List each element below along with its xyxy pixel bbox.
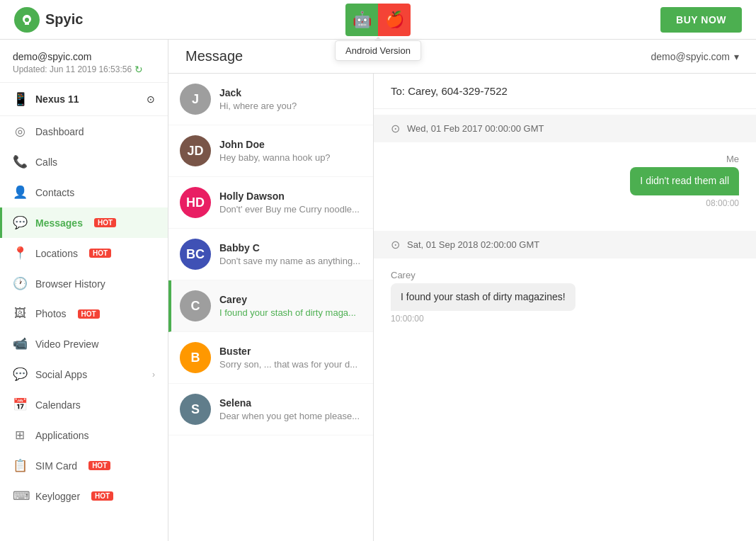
sidebar-item-browser-history[interactable]: 🕐 Browser History (0, 268, 168, 299)
sidebar-item-messages[interactable]: 💬 Messages HOT (0, 207, 168, 238)
bubble-sent-1: I didn't read them all (630, 167, 739, 195)
main-content: Message demo@spyic.com ▾ JJackHi, where … (168, 40, 756, 541)
msg-content-4: Babby CDon't save my name as anything... (219, 242, 362, 266)
chat-panel: To: Carey, 604-329-7522 ⊙ Wed, 01 Feb 20… (374, 74, 756, 541)
device-dropdown-icon: ⊙ (147, 93, 155, 105)
platform-switcher: 🤖 🍎 Android Version (345, 4, 411, 36)
msg-content-7: SelenaDear when you get home please... (219, 397, 362, 421)
bubble-received-1: I found your stash of dirty magazines! (391, 283, 575, 312)
message-row-sent-1: Me I didn't read them all 08:00:00 (391, 154, 739, 208)
logo: Spyic (14, 7, 83, 33)
sidebar-label-video-preview: Video Preview (35, 338, 98, 350)
sidebar-label-calls: Calls (35, 156, 57, 168)
sidebar-label-contacts: Contacts (35, 187, 74, 198)
locations-icon: 📍 (13, 246, 27, 261)
sidebar-item-dashboard[interactable]: ◎ Dashboard (0, 116, 168, 147)
msg-preview-3: Don't' ever Buy me Curry noodle... (219, 204, 362, 215)
date-text-2: Sat, 01 Sep 2018 02:00:00 GMT (407, 239, 539, 250)
sim-card-icon: 📋 (13, 458, 27, 473)
msg-preview-7: Dear when you get home please... (219, 411, 362, 421)
conversation-item-6[interactable]: BBusterSorry son, ... that was for your … (168, 332, 373, 384)
messages-area-2: Carey I found your stash of dirty magazi… (374, 264, 756, 341)
conversation-item-1[interactable]: JJackHi, where are you? (168, 74, 373, 125)
msg-preview-4: Don't save my name as anything... (219, 256, 362, 266)
sidebar-label-browser-history: Browser History (35, 278, 105, 290)
refresh-icon[interactable]: ↻ (134, 64, 143, 75)
date-icon-1: ⊙ (391, 122, 400, 135)
msg-preview-6: Sorry son, ... that was for your d... (219, 359, 362, 370)
sidebar-label-applications: Applications (35, 430, 89, 441)
chat-recipient: To: Carey, 604-329-7522 (391, 85, 508, 97)
device-selector[interactable]: 📱 Nexus 11 ⊙ (0, 83, 168, 116)
device-icon: 📱 (13, 91, 28, 107)
browser-history-icon: 🕐 (13, 276, 27, 291)
msg-content-3: Holly DawsonDon't' ever Buy me Curry noo… (219, 190, 362, 215)
user-menu-label: demo@spyic.com (651, 51, 730, 62)
sidebar-item-calls[interactable]: 📞 Calls (0, 147, 168, 177)
calendars-icon: 📅 (13, 397, 27, 412)
sidebar-item-keylogger[interactable]: ⌨ Keylogger HOT (0, 481, 168, 511)
msg-time-1: 08:00:00 (706, 198, 739, 208)
messages-icon: 💬 (13, 215, 27, 230)
sender-label-carey: Carey (391, 270, 416, 280)
sidebar-item-video-preview[interactable]: 📹 Video Preview (0, 329, 168, 359)
msg-name-7: Selena (219, 397, 362, 409)
android-platform-button[interactable]: 🤖 (345, 4, 378, 36)
applications-icon: ⊞ (13, 428, 27, 443)
sidebar-label-keylogger: Keylogger (35, 491, 80, 502)
conversation-item-5[interactable]: CCareyI found your stash of dirty maga..… (168, 280, 373, 332)
social-apps-icon: 💬 (13, 367, 27, 382)
sidebar-item-social-apps[interactable]: 💬 Social Apps › (0, 359, 168, 389)
apple-platform-button[interactable]: 🍎 (378, 4, 411, 36)
sidebar-email: demo@spyic.com (13, 51, 155, 62)
msg-name-1: Jack (219, 87, 362, 98)
locations-hot-badge: HOT (89, 249, 111, 258)
keylogger-icon: ⌨ (13, 489, 27, 503)
date-separator-2: ⊙ Sat, 01 Sep 2018 02:00:00 GMT (374, 231, 756, 258)
avatar-4: BC (180, 239, 211, 270)
photos-hot-badge: HOT (78, 309, 100, 319)
date-text-1: Wed, 01 Feb 2017 00:00:00 GMT (407, 123, 544, 134)
dashboard-icon: ◎ (13, 124, 27, 139)
chat-header: To: Carey, 604-329-7522 (374, 74, 756, 109)
svg-point-0 (25, 18, 29, 22)
sidebar-item-contacts[interactable]: 👤 Contacts (0, 177, 168, 207)
msg-content-5: CareyI found your stash of dirty maga... (219, 294, 362, 318)
avatar-1: J (180, 84, 211, 115)
buy-now-button[interactable]: BUY NOW (660, 7, 742, 33)
sidebar-item-locations[interactable]: 📍 Locations HOT (0, 238, 168, 268)
sim-card-hot-badge: HOT (88, 461, 110, 470)
sidebar-label-dashboard: Dashboard (35, 126, 84, 137)
sidebar-item-calendars[interactable]: 📅 Calendars (0, 389, 168, 420)
msg-preview-2: Hey baby, wanna hook up? (219, 152, 362, 163)
msg-content-1: JackHi, where are you? (219, 87, 362, 111)
msg-preview-5: I found your stash of dirty maga... (219, 307, 362, 318)
keylogger-hot-badge: HOT (91, 491, 113, 501)
sidebar-updated: Updated: Jun 11 2019 16:53:56 ↻ (13, 64, 155, 75)
sidebar-item-sim-card[interactable]: 📋 SIM Card HOT (0, 450, 168, 481)
conversation-item-3[interactable]: HDHolly DawsonDon't' ever Buy me Curry n… (168, 177, 373, 229)
sidebar: demo@spyic.com Updated: Jun 11 2019 16:5… (0, 40, 168, 541)
msg-time-2: 10:00:00 (391, 314, 424, 324)
header: Spyic 🤖 🍎 Android Version BUY NOW (0, 0, 756, 40)
sidebar-label-social-apps: Social Apps (35, 369, 87, 380)
sidebar-label-sim-card: SIM Card (35, 460, 77, 472)
calls-icon: 📞 (13, 154, 27, 169)
avatar-3: HD (180, 187, 211, 218)
conversation-item-2[interactable]: JDJohn DoeHey baby, wanna hook up? (168, 125, 373, 177)
sidebar-item-photos[interactable]: 🖼 Photos HOT (0, 299, 168, 329)
logo-icon (14, 7, 40, 33)
msg-name-6: Buster (219, 346, 362, 357)
sidebar-nav: ◎ Dashboard 📞 Calls 👤 Contacts 💬 Message… (0, 116, 168, 511)
video-preview-icon: 📹 (13, 336, 27, 351)
messages-hot-badge: HOT (94, 218, 116, 227)
message-list: JJackHi, where are you?JDJohn DoeHey bab… (168, 74, 374, 541)
photos-icon: 🖼 (13, 307, 27, 321)
conversation-item-4[interactable]: BCBabby CDon't save my name as anything.… (168, 229, 373, 280)
sidebar-item-applications[interactable]: ⊞ Applications (0, 420, 168, 450)
message-row-received-1: Carey I found your stash of dirty magazi… (391, 270, 739, 324)
conversation-item-7[interactable]: SSelenaDear when you get home please... (168, 384, 373, 435)
user-menu-chevron-icon: ▾ (734, 51, 739, 62)
msg-name-5: Carey (219, 294, 362, 305)
user-menu[interactable]: demo@spyic.com ▾ (651, 51, 739, 62)
